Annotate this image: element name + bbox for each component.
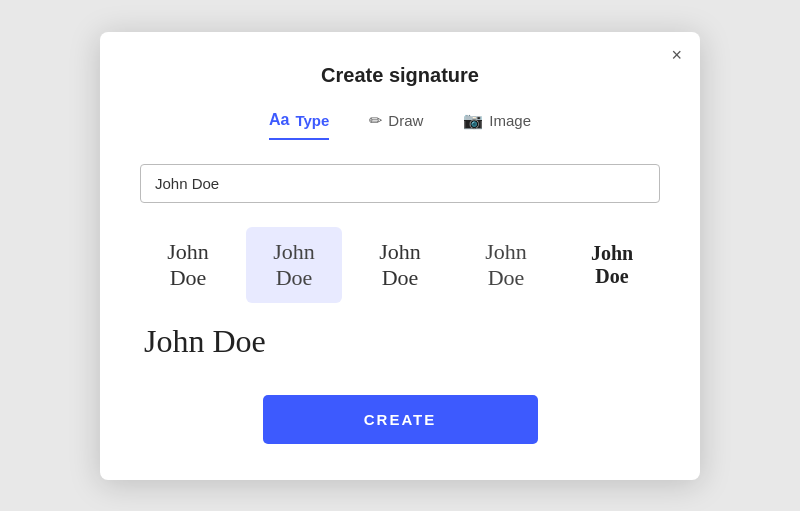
signature-options: John Doe John Doe John Doe John Doe John… [140, 227, 660, 303]
sig-text-3: John Doe [379, 239, 421, 290]
type-icon: Aa [269, 111, 289, 129]
sig-text-1: John Doe [167, 239, 209, 290]
sig-option-4[interactable]: John Doe [458, 227, 554, 303]
draw-icon: ✏ [369, 111, 382, 130]
tab-type[interactable]: Aa Type [269, 111, 329, 140]
create-button[interactable]: CREATE [263, 395, 538, 444]
sig-text-5: John Doe [591, 242, 633, 287]
selected-signature-preview: John Doe [140, 323, 660, 367]
sig-option-5[interactable]: John Doe [564, 230, 660, 300]
tab-image[interactable]: 📷 Image [463, 111, 531, 140]
tab-type-label: Type [295, 112, 329, 129]
sig-text-4: John Doe [485, 239, 527, 290]
tab-draw[interactable]: ✏ Draw [369, 111, 423, 140]
sig-option-2[interactable]: John Doe [246, 227, 342, 303]
modal-title: Create signature [140, 64, 660, 87]
sig-text-2: John Doe [273, 239, 315, 290]
sig-option-3[interactable]: John Doe [352, 227, 448, 303]
tab-draw-label: Draw [388, 112, 423, 129]
name-input[interactable] [140, 164, 660, 203]
close-button[interactable]: × [671, 46, 682, 64]
tab-image-label: Image [489, 112, 531, 129]
create-signature-modal: × Create signature Aa Type ✏ Draw 📷 Imag… [100, 32, 700, 480]
image-icon: 📷 [463, 111, 483, 130]
sig-option-1[interactable]: John Doe [140, 227, 236, 303]
tabs-container: Aa Type ✏ Draw 📷 Image [140, 111, 660, 140]
